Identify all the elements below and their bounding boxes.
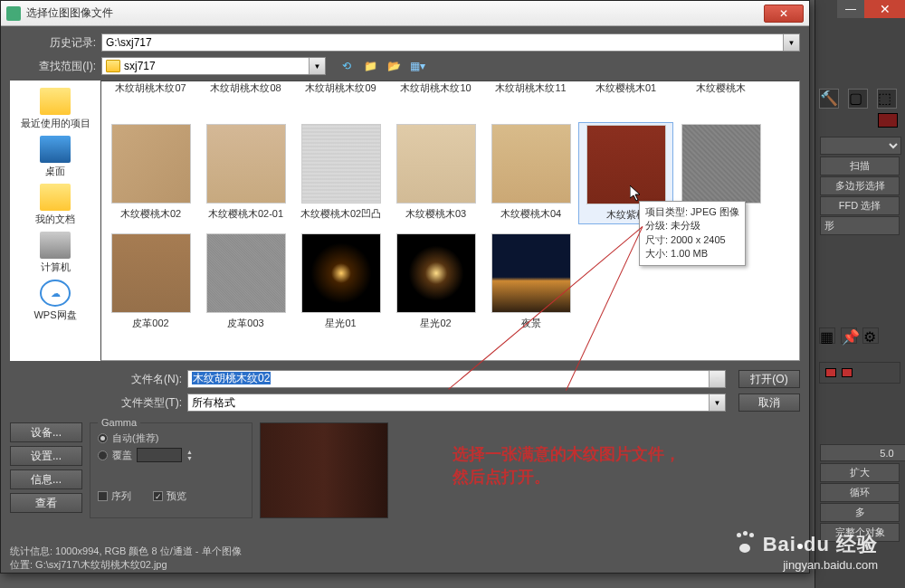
bg-polyselect-button[interactable]: 多边形选择 bbox=[820, 176, 900, 195]
file-item[interactable]: 夜景 bbox=[483, 232, 578, 332]
file-thumbnail bbox=[586, 125, 666, 204]
place-mydocs[interactable]: 我的文档 bbox=[35, 184, 75, 226]
file-item[interactable]: 星光01 bbox=[293, 232, 388, 332]
file-item[interactable]: 皮革003 bbox=[198, 232, 293, 332]
newfolder-icon[interactable]: 📂 bbox=[386, 58, 402, 74]
hammer-icon[interactable]: 🔨 bbox=[819, 89, 839, 109]
file-label: 皮革003 bbox=[227, 317, 263, 330]
file-thumbnail bbox=[396, 233, 476, 313]
filetype-combo[interactable]: 所有格式▼ bbox=[187, 394, 726, 412]
bg-minimize-button[interactable]: — bbox=[837, 0, 864, 18]
view-button[interactable]: 查看 bbox=[10, 493, 82, 513]
bg-close-button[interactable]: ✕ bbox=[864, 0, 905, 18]
display-icon[interactable]: ▢ bbox=[848, 89, 868, 109]
open-button[interactable]: 打开(O) bbox=[738, 370, 800, 388]
place-computer[interactable]: 计算机 bbox=[40, 232, 71, 274]
filename-input[interactable]: 木纹胡桃木纹02 ▼ bbox=[187, 370, 726, 388]
history-combo[interactable]: G:\sxj717▼ bbox=[101, 33, 800, 52]
dialog-title: 选择位图图像文件 bbox=[26, 5, 764, 21]
file-item[interactable]: 皮革002 bbox=[103, 232, 198, 332]
gamma-spinner[interactable] bbox=[137, 448, 182, 462]
bg-ffd-button[interactable]: FFD 选择 bbox=[820, 196, 900, 215]
back-icon[interactable]: ⟲ bbox=[338, 58, 355, 74]
file-thumbnail bbox=[491, 124, 571, 204]
file-label: 星光02 bbox=[420, 317, 451, 330]
gamma-groupbox: Gamma 自动(推荐) 覆盖 ▲▼ 序列 ✓预览 bbox=[90, 422, 252, 518]
viewmenu-icon[interactable]: ▦▾ bbox=[409, 58, 425, 74]
bg-more-button[interactable]: 多 bbox=[820, 503, 900, 522]
file-item-truncated[interactable]: 木纹胡桃木纹07 bbox=[103, 81, 198, 95]
file-item[interactable]: 木纹樱桃木02凹凸 bbox=[293, 122, 388, 224]
file-item-truncated[interactable]: 木纹胡桃木纹10 bbox=[388, 81, 483, 95]
file-item[interactable]: 木纹樱桃木03 bbox=[388, 122, 483, 224]
file-list-area[interactable]: 木纹胡桃木纹07木纹胡桃木纹08木纹胡桃木纹09木纹胡桃木纹10木纹胡桃木纹11… bbox=[100, 81, 800, 361]
nav-toolbar: ⟲ 📁 📂 ▦▾ bbox=[338, 58, 425, 74]
gamma-override-radio[interactable] bbox=[98, 450, 108, 460]
folder-icon bbox=[106, 60, 120, 72]
paw-icon bbox=[735, 533, 755, 553]
bg-modifier-dropdown[interactable] bbox=[820, 137, 901, 155]
annotation-text: 选择一张满意的木纹图片文件， 然后点打开。 bbox=[452, 443, 681, 488]
mydocs-icon bbox=[40, 184, 71, 211]
file-thumbnail bbox=[111, 124, 191, 204]
file-item-truncated[interactable]: 木纹胡桃木纹08 bbox=[198, 81, 293, 95]
filename-label: 文件名(N): bbox=[10, 372, 182, 387]
bg-config-icon[interactable]: ⚙ bbox=[862, 327, 879, 344]
desktop-icon bbox=[40, 136, 71, 163]
filetype-label: 文件类型(T): bbox=[10, 395, 182, 411]
setup-button[interactable]: 设置... bbox=[10, 446, 82, 466]
preview-checkbox[interactable]: ✓ bbox=[153, 491, 163, 501]
file-open-dialog: 选择位图图像文件 ✕ 历史记录: G:\sxj717▼ 查找范围(I): sxj… bbox=[0, 0, 810, 574]
info-button[interactable]: 信息... bbox=[10, 469, 82, 489]
file-thumbnail bbox=[206, 124, 286, 204]
preview-thumbnail bbox=[260, 422, 388, 518]
cancel-button[interactable]: 取消 bbox=[738, 394, 800, 412]
bg-loop-button[interactable]: 循环 bbox=[820, 483, 900, 502]
file-item[interactable]: 木纹樱桃木04 bbox=[483, 122, 578, 224]
bg-expand-button[interactable]: 扩大 bbox=[820, 463, 900, 482]
bg-shape-section: 形 bbox=[820, 216, 900, 235]
file-item-truncated[interactable]: 木纹胡桃木纹11 bbox=[483, 81, 578, 95]
file-thumbnail bbox=[301, 233, 381, 313]
device-button[interactable]: 设备... bbox=[10, 422, 82, 442]
dialog-titlebar: 选择位图图像文件 ✕ bbox=[1, 1, 809, 26]
bg-color-swatch[interactable] bbox=[878, 113, 898, 128]
file-thumbnail bbox=[301, 124, 381, 204]
computer-icon bbox=[40, 232, 71, 259]
file-item[interactable]: 星光02 bbox=[388, 232, 483, 332]
places-bar: 最近使用的项目 桌面 我的文档 计算机 ☁ WPS网盘 bbox=[10, 81, 100, 361]
bg-spinner[interactable] bbox=[820, 444, 905, 461]
file-thumbnail bbox=[681, 124, 761, 204]
file-label: 木纹樱桃木04 bbox=[500, 207, 561, 221]
dialog-close-button[interactable]: ✕ bbox=[764, 5, 804, 23]
place-recent[interactable]: 最近使用的项目 bbox=[21, 88, 90, 130]
file-item[interactable]: 木纹樱桃木02 bbox=[103, 122, 198, 224]
watermark: Baidu 经验 jingyan.baidu.com bbox=[735, 531, 878, 572]
gamma-legend: Gamma bbox=[98, 417, 140, 428]
place-desktop[interactable]: 桌面 bbox=[40, 136, 71, 178]
bg-subobject-icons[interactable] bbox=[822, 365, 898, 381]
file-label: 木纹樱桃木02凹凸 bbox=[300, 207, 381, 221]
bg-command-panel-tabs[interactable]: 🔨 ▢ ⬚ bbox=[819, 89, 900, 109]
file-item-truncated[interactable]: 木纹樱桃木01 bbox=[578, 81, 673, 95]
history-label: 历史记录: bbox=[10, 35, 96, 51]
cloud-icon: ☁ bbox=[40, 280, 71, 307]
sequence-checkbox[interactable] bbox=[98, 491, 108, 501]
bg-scan-button[interactable]: 扫描 bbox=[820, 156, 900, 175]
file-item-truncated[interactable]: 木纹胡桃木纹09 bbox=[293, 81, 388, 95]
file-thumbnail bbox=[396, 124, 476, 204]
file-item-truncated[interactable]: 木纹樱桃木 bbox=[673, 81, 768, 95]
utility-icon[interactable]: ⬚ bbox=[877, 89, 897, 109]
up-icon[interactable]: 📁 bbox=[362, 58, 378, 74]
bg-pin-icon[interactable]: 📌 bbox=[841, 327, 857, 344]
gamma-auto-radio[interactable] bbox=[98, 433, 108, 443]
file-label: 木纹樱桃木03 bbox=[405, 207, 466, 221]
recent-icon bbox=[40, 88, 71, 115]
file-label: 星光01 bbox=[325, 317, 356, 330]
file-thumbnail bbox=[111, 233, 191, 313]
lookin-combo[interactable]: sxj717▼ bbox=[101, 57, 326, 75]
place-wps[interactable]: ☁ WPS网盘 bbox=[33, 280, 76, 322]
file-item[interactable]: 木纹樱桃木02-01 bbox=[198, 122, 293, 224]
file-label: 木纹樱桃木02-01 bbox=[208, 207, 283, 221]
bg-stack-icon[interactable]: ▦ bbox=[819, 327, 835, 344]
